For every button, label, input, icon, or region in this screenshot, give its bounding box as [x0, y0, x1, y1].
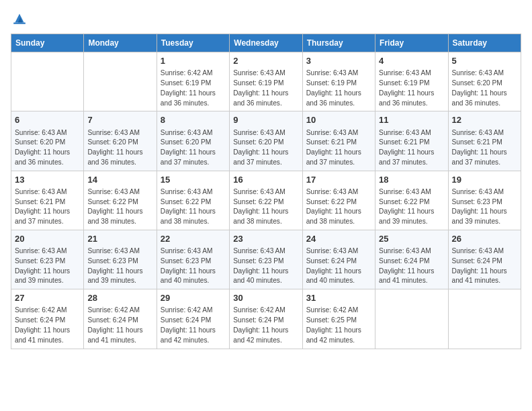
- calendar-cell: 30Sunrise: 6:42 AM Sunset: 6:24 PM Dayli…: [230, 289, 302, 349]
- calendar-cell: 18Sunrise: 6:43 AM Sunset: 6:22 PM Dayli…: [375, 171, 448, 230]
- calendar-week-row: 27Sunrise: 6:42 AM Sunset: 6:24 PM Dayli…: [11, 289, 521, 349]
- day-info: Sunrise: 6:43 AM Sunset: 6:20 PM Dayligh…: [15, 128, 80, 168]
- day-number: 29: [161, 292, 226, 304]
- day-info: Sunrise: 6:42 AM Sunset: 6:25 PM Dayligh…: [306, 306, 371, 345]
- day-number: 10: [306, 114, 371, 126]
- day-info: Sunrise: 6:43 AM Sunset: 6:20 PM Dayligh…: [161, 128, 226, 168]
- calendar-cell: 22Sunrise: 6:43 AM Sunset: 6:23 PM Dayli…: [157, 230, 229, 289]
- day-info: Sunrise: 6:43 AM Sunset: 6:24 PM Dayligh…: [379, 246, 444, 286]
- calendar-cell: 6Sunrise: 6:43 AM Sunset: 6:20 PM Daylig…: [11, 111, 84, 171]
- calendar-cell: 3Sunrise: 6:43 AM Sunset: 6:19 PM Daylig…: [302, 52, 375, 111]
- day-number: 9: [233, 114, 298, 126]
- logo-icon: [12, 11, 27, 26]
- day-number: 28: [87, 292, 152, 304]
- calendar-cell: 9Sunrise: 6:43 AM Sunset: 6:20 PM Daylig…: [230, 111, 302, 171]
- day-info: Sunrise: 6:43 AM Sunset: 6:19 PM Dayligh…: [233, 68, 298, 108]
- calendar-week-row: 13Sunrise: 6:43 AM Sunset: 6:21 PM Dayli…: [11, 171, 521, 230]
- day-info: Sunrise: 6:43 AM Sunset: 6:23 PM Dayligh…: [161, 246, 226, 286]
- day-number: 30: [233, 292, 298, 304]
- calendar-cell: 16Sunrise: 6:43 AM Sunset: 6:22 PM Dayli…: [230, 171, 302, 230]
- day-info: Sunrise: 6:43 AM Sunset: 6:23 PM Dayligh…: [233, 246, 298, 286]
- page-header: [11, 11, 521, 28]
- calendar-cell: 10Sunrise: 6:43 AM Sunset: 6:21 PM Dayli…: [302, 111, 375, 171]
- calendar-table: SundayMondayTuesdayWednesdayThursdayFrid…: [11, 34, 521, 349]
- day-number: 19: [452, 174, 517, 186]
- day-info: Sunrise: 6:43 AM Sunset: 6:22 PM Dayligh…: [379, 187, 444, 227]
- day-info: Sunrise: 6:43 AM Sunset: 6:21 PM Dayligh…: [452, 128, 517, 168]
- day-number: 5: [452, 55, 517, 67]
- calendar-cell: 27Sunrise: 6:42 AM Sunset: 6:24 PM Dayli…: [11, 289, 84, 349]
- calendar-cell: 4Sunrise: 6:43 AM Sunset: 6:19 PM Daylig…: [375, 52, 448, 111]
- day-info: Sunrise: 6:43 AM Sunset: 6:23 PM Dayligh…: [15, 246, 80, 286]
- calendar-cell: 5Sunrise: 6:43 AM Sunset: 6:20 PM Daylig…: [448, 52, 521, 111]
- day-info: Sunrise: 6:42 AM Sunset: 6:24 PM Dayligh…: [15, 306, 80, 345]
- calendar-cell: 12Sunrise: 6:43 AM Sunset: 6:21 PM Dayli…: [448, 111, 521, 171]
- day-info: Sunrise: 6:42 AM Sunset: 6:24 PM Dayligh…: [87, 306, 152, 345]
- calendar-cell: 31Sunrise: 6:42 AM Sunset: 6:25 PM Dayli…: [302, 289, 375, 349]
- calendar-cell: 26Sunrise: 6:43 AM Sunset: 6:24 PM Dayli…: [448, 230, 521, 289]
- calendar-cell: 23Sunrise: 6:43 AM Sunset: 6:23 PM Dayli…: [230, 230, 302, 289]
- day-info: Sunrise: 6:43 AM Sunset: 6:21 PM Dayligh…: [15, 187, 80, 227]
- day-info: Sunrise: 6:43 AM Sunset: 6:19 PM Dayligh…: [379, 68, 444, 108]
- calendar-week-row: 6Sunrise: 6:43 AM Sunset: 6:20 PM Daylig…: [11, 111, 521, 171]
- calendar-cell: 25Sunrise: 6:43 AM Sunset: 6:24 PM Dayli…: [375, 230, 448, 289]
- day-info: Sunrise: 6:43 AM Sunset: 6:20 PM Dayligh…: [87, 128, 152, 168]
- day-info: Sunrise: 6:43 AM Sunset: 6:20 PM Dayligh…: [452, 68, 517, 108]
- day-info: Sunrise: 6:43 AM Sunset: 6:20 PM Dayligh…: [233, 128, 298, 168]
- day-number: 21: [87, 233, 152, 245]
- calendar-cell: 21Sunrise: 6:43 AM Sunset: 6:23 PM Dayli…: [84, 230, 157, 289]
- logo: [11, 11, 28, 28]
- calendar-cell: 8Sunrise: 6:43 AM Sunset: 6:20 PM Daylig…: [157, 111, 229, 171]
- calendar-cell: 19Sunrise: 6:43 AM Sunset: 6:23 PM Dayli…: [448, 171, 521, 230]
- calendar-header-row: SundayMondayTuesdayWednesdayThursdayFrid…: [11, 34, 521, 52]
- calendar-cell: 15Sunrise: 6:43 AM Sunset: 6:22 PM Dayli…: [157, 171, 229, 230]
- calendar-cell: 20Sunrise: 6:43 AM Sunset: 6:23 PM Dayli…: [11, 230, 84, 289]
- day-info: Sunrise: 6:42 AM Sunset: 6:19 PM Dayligh…: [161, 68, 226, 108]
- calendar-cell: 13Sunrise: 6:43 AM Sunset: 6:21 PM Dayli…: [11, 171, 84, 230]
- day-info: Sunrise: 6:43 AM Sunset: 6:22 PM Dayligh…: [233, 187, 298, 227]
- day-info: Sunrise: 6:43 AM Sunset: 6:21 PM Dayligh…: [379, 128, 444, 168]
- day-info: Sunrise: 6:43 AM Sunset: 6:22 PM Dayligh…: [306, 187, 371, 227]
- calendar-cell: 11Sunrise: 6:43 AM Sunset: 6:21 PM Dayli…: [375, 111, 448, 171]
- weekday-header-saturday: Saturday: [448, 34, 521, 52]
- day-number: 20: [15, 233, 80, 245]
- weekday-header-sunday: Sunday: [11, 34, 84, 52]
- day-number: 24: [306, 233, 371, 245]
- day-number: 2: [233, 55, 298, 67]
- calendar-cell: [84, 52, 157, 111]
- day-number: 12: [452, 114, 517, 126]
- day-info: Sunrise: 6:43 AM Sunset: 6:23 PM Dayligh…: [452, 187, 517, 227]
- day-number: 6: [15, 114, 80, 126]
- calendar-cell: [448, 289, 521, 349]
- calendar-cell: 17Sunrise: 6:43 AM Sunset: 6:22 PM Dayli…: [302, 171, 375, 230]
- day-info: Sunrise: 6:43 AM Sunset: 6:23 PM Dayligh…: [87, 246, 152, 286]
- day-number: 23: [233, 233, 298, 245]
- calendar-cell: 29Sunrise: 6:42 AM Sunset: 6:24 PM Dayli…: [157, 289, 229, 349]
- day-number: 31: [306, 292, 371, 304]
- day-number: 4: [379, 55, 444, 67]
- day-number: 26: [452, 233, 517, 245]
- calendar-cell: [11, 52, 84, 111]
- day-number: 3: [306, 55, 371, 67]
- weekday-header-thursday: Thursday: [302, 34, 375, 52]
- day-number: 7: [87, 114, 152, 126]
- day-number: 22: [161, 233, 226, 245]
- day-number: 8: [161, 114, 226, 126]
- day-number: 14: [87, 174, 152, 186]
- day-number: 27: [15, 292, 80, 304]
- day-info: Sunrise: 6:43 AM Sunset: 6:22 PM Dayligh…: [161, 187, 226, 227]
- day-number: 11: [379, 114, 444, 126]
- calendar-cell: 7Sunrise: 6:43 AM Sunset: 6:20 PM Daylig…: [84, 111, 157, 171]
- day-info: Sunrise: 6:42 AM Sunset: 6:24 PM Dayligh…: [233, 306, 298, 345]
- calendar-week-row: 1Sunrise: 6:42 AM Sunset: 6:19 PM Daylig…: [11, 52, 521, 111]
- day-info: Sunrise: 6:43 AM Sunset: 6:21 PM Dayligh…: [306, 128, 371, 168]
- day-info: Sunrise: 6:43 AM Sunset: 6:19 PM Dayligh…: [306, 68, 371, 108]
- calendar-cell: 1Sunrise: 6:42 AM Sunset: 6:19 PM Daylig…: [157, 52, 229, 111]
- weekday-header-tuesday: Tuesday: [157, 34, 229, 52]
- day-number: 25: [379, 233, 444, 245]
- calendar-cell: 14Sunrise: 6:43 AM Sunset: 6:22 PM Dayli…: [84, 171, 157, 230]
- day-info: Sunrise: 6:43 AM Sunset: 6:24 PM Dayligh…: [452, 246, 517, 286]
- svg-rect-2: [13, 23, 26, 24]
- day-number: 15: [161, 174, 226, 186]
- day-number: 18: [379, 174, 444, 186]
